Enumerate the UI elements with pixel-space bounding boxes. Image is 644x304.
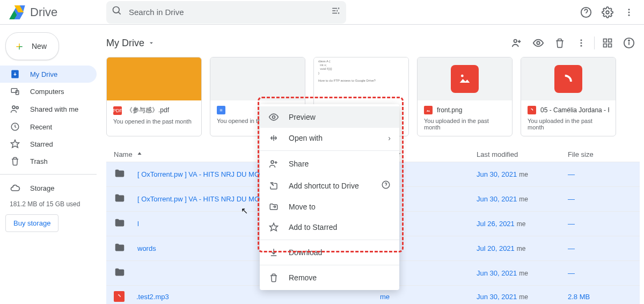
svg-line-4 xyxy=(119,12,121,15)
breadcrumb[interactable]: My Drive xyxy=(106,38,155,49)
search-bar[interactable]: Search in Drive xyxy=(106,1,346,24)
card-title: 05 - Camélia Jordana - F... xyxy=(540,106,609,114)
plus-icon: ＋ xyxy=(13,38,25,54)
sidebar-item-starred[interactable]: Starred xyxy=(0,135,97,153)
card-title: 《参与感》.pdf xyxy=(126,106,169,115)
cloud-icon xyxy=(10,183,20,193)
search-placeholder: Search in Drive xyxy=(129,8,331,17)
file-card[interactable]: front.pngYou uploaded in the past month xyxy=(417,57,513,136)
ctx-openwith[interactable]: Open with› xyxy=(260,128,399,148)
row-modified: Jun 30, 2021me xyxy=(477,195,568,203)
svg-rect-24 xyxy=(609,44,612,47)
sidebar-item-label: My Drive xyxy=(30,70,57,78)
chevron-right-icon: › xyxy=(388,134,391,142)
more-icon[interactable] xyxy=(618,2,640,23)
row-size: — xyxy=(568,269,632,277)
help-icon[interactable] xyxy=(575,2,597,23)
row-size: 2.8 MB xyxy=(568,293,632,301)
breadcrumb-label: My Drive xyxy=(106,38,144,49)
svg-point-7 xyxy=(628,9,630,10)
devices-icon xyxy=(10,86,20,96)
svg-point-3 xyxy=(113,7,120,13)
th-modified[interactable]: Last modified xyxy=(477,150,568,158)
svg-marker-32 xyxy=(270,223,278,231)
svg-rect-23 xyxy=(604,44,607,47)
ctx-download[interactable]: Download xyxy=(260,242,399,263)
sidebar-item-recent[interactable]: Recent xyxy=(0,118,97,135)
row-name: l xyxy=(137,220,139,228)
row-icon xyxy=(114,168,126,181)
sort-asc-icon xyxy=(136,151,143,158)
row-owner: me xyxy=(380,293,477,301)
svg-rect-21 xyxy=(604,39,607,42)
new-button[interactable]: ＋ New xyxy=(5,32,59,60)
ctx-star[interactable]: Add to Starred xyxy=(260,217,399,237)
overflow-icon[interactable] xyxy=(570,32,592,54)
svg-point-28 xyxy=(461,75,464,77)
row-modified: Jun 30, 2021me xyxy=(477,269,568,277)
ctx-moveto[interactable]: Move to xyxy=(260,197,399,217)
svg-point-6 xyxy=(606,11,609,14)
row-size: — xyxy=(568,220,632,228)
svg-point-17 xyxy=(537,41,540,45)
svg-point-9 xyxy=(628,14,630,16)
svg-point-19 xyxy=(581,42,582,44)
svg-point-18 xyxy=(581,39,582,41)
openwith-icon xyxy=(268,133,279,143)
th-name[interactable]: Name xyxy=(114,150,133,158)
ctx-share[interactable]: Share xyxy=(260,153,399,175)
row-name: words xyxy=(137,244,156,252)
trash-small-icon xyxy=(268,273,279,283)
svg-point-13 xyxy=(16,106,18,108)
people-icon xyxy=(10,104,20,114)
file-card[interactable]: 05 - Camélia Jordana - F...You uploaded … xyxy=(521,57,616,136)
file-card[interactable]: PDF《参与感》.pdfYou opened in the past month xyxy=(106,57,202,136)
trash-icon xyxy=(10,156,20,166)
row-name: .test2.mp3 xyxy=(136,293,169,301)
card-subtitle: You uploaded in the past month xyxy=(528,118,609,131)
sidebar-item-shared-with-me[interactable]: Shared with me xyxy=(0,100,97,118)
chevron-down-icon xyxy=(148,39,155,47)
svg-point-20 xyxy=(581,45,582,47)
svg-point-27 xyxy=(628,40,630,41)
storage-item[interactable]: Storage xyxy=(0,179,97,197)
row-icon xyxy=(114,192,126,206)
sidebar-item-label: Computers xyxy=(30,88,64,96)
settings-icon[interactable] xyxy=(597,2,618,23)
storage-label: Storage xyxy=(30,184,55,192)
share-person-icon xyxy=(268,158,279,169)
card-subtitle: You uploaded in the past month xyxy=(424,118,506,131)
trash-icon[interactable] xyxy=(549,32,570,54)
sidebar-item-trash[interactable]: Trash xyxy=(0,153,97,170)
share-icon[interactable] xyxy=(506,32,528,54)
info-icon[interactable] xyxy=(618,32,640,54)
context-menu: Preview Open with› Share Add shortcut to… xyxy=(260,104,399,290)
tune-icon[interactable] xyxy=(331,6,341,18)
drive-icon xyxy=(10,69,20,79)
ctx-preview[interactable]: Preview xyxy=(260,106,399,128)
sidebar-item-label: Starred xyxy=(30,140,53,148)
download-icon xyxy=(268,248,279,257)
svg-marker-15 xyxy=(11,140,19,148)
sidebar-item-my-drive[interactable]: My Drive xyxy=(0,66,97,83)
row-modified: Jul 20, 2021me xyxy=(477,244,568,252)
buy-storage-button[interactable]: Buy storage xyxy=(5,214,58,232)
eye-icon xyxy=(268,112,279,122)
card-subtitle: You opened in the past month xyxy=(113,118,195,125)
ctx-remove[interactable]: Remove xyxy=(260,267,399,288)
clock-icon xyxy=(10,122,20,132)
preview-icon[interactable] xyxy=(528,32,549,54)
svg-point-12 xyxy=(12,106,15,108)
svg-rect-22 xyxy=(609,39,612,42)
star-icon xyxy=(10,139,20,149)
svg-point-16 xyxy=(514,40,517,43)
sidebar-item-label: Recent xyxy=(30,123,52,131)
ctx-shortcut[interactable]: Add shortcut to Drive xyxy=(260,175,399,197)
grid-view-icon[interactable] xyxy=(597,32,618,54)
row-size: — xyxy=(568,170,632,178)
row-modified: Jun 30, 2021me xyxy=(477,293,568,301)
row-icon xyxy=(114,266,126,280)
sidebar-item-computers[interactable]: Computers xyxy=(0,83,97,100)
search-icon xyxy=(112,5,122,19)
th-size[interactable]: File size xyxy=(568,150,632,158)
